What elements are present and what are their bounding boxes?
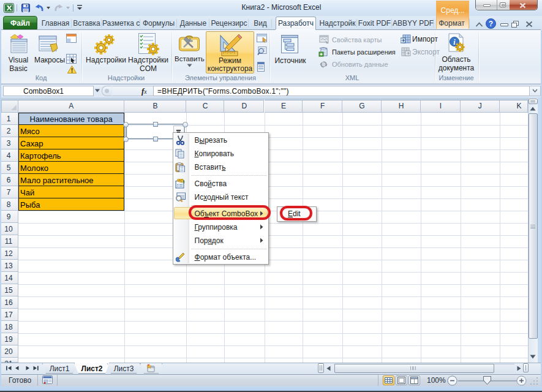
svg-text:?: ? bbox=[489, 20, 493, 28]
